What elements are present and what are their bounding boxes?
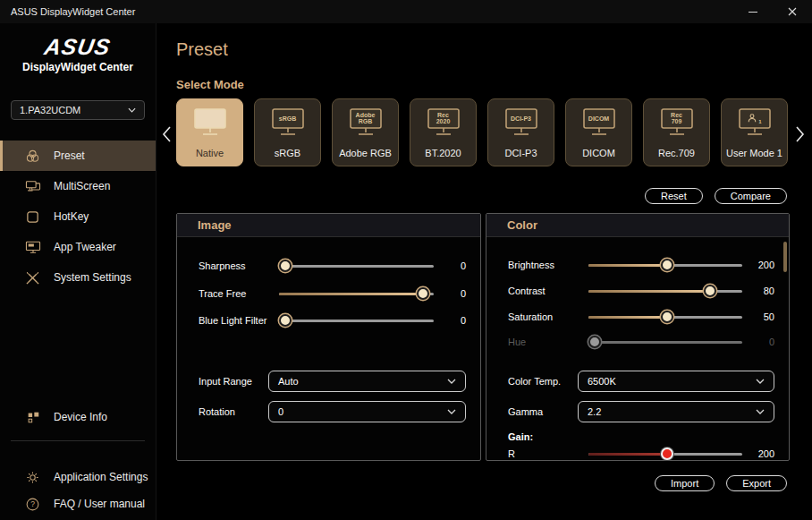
monitor-selector-value: 1.PA32UCDM bbox=[20, 105, 80, 115]
sidebar-item-label: System Settings bbox=[54, 271, 131, 284]
monitor-icon: sRGB bbox=[267, 107, 309, 140]
r-slider[interactable] bbox=[588, 447, 742, 461]
carousel-left-button[interactable] bbox=[159, 122, 173, 147]
color-wheel-icon bbox=[24, 148, 41, 165]
compare-button[interactable]: Compare bbox=[715, 188, 787, 204]
mode-screen-label: Rec 2020 bbox=[430, 111, 457, 125]
slider-handle[interactable] bbox=[588, 336, 601, 348]
color-panel-title: Color bbox=[486, 214, 789, 237]
rotation-dropdown[interactable]: 0 bbox=[268, 401, 466, 422]
mode-card-user-mode-1[interactable]: 1User Mode 1 bbox=[721, 98, 788, 166]
slider-handle[interactable] bbox=[661, 259, 673, 271]
slider-handle[interactable] bbox=[661, 448, 673, 460]
slider-row-sharpness: Sharpness0 bbox=[177, 255, 480, 277]
sidebar-footer: Application Settings?FAQ / User manual bbox=[0, 464, 156, 517]
slider-track bbox=[279, 320, 434, 322]
slider-label: Contrast bbox=[508, 286, 588, 296]
trace-free-slider[interactable] bbox=[279, 286, 434, 301]
slider-value: 50 bbox=[742, 311, 774, 322]
sidebar-item-system-settings[interactable]: System Settings bbox=[0, 262, 156, 293]
close-button[interactable] bbox=[773, 0, 812, 23]
slider-row-blue-light-filter: Blue Light Filter0 bbox=[177, 310, 480, 331]
hotkey-icon bbox=[24, 209, 41, 226]
sidebar-item-faq-user-manual[interactable]: ?FAQ / User manual bbox=[0, 490, 156, 517]
slider-fill bbox=[588, 316, 667, 319]
mode-card-srgb[interactable]: sRGBsRGB bbox=[254, 98, 321, 166]
mode-card-list: NativesRGBsRGBAdobe RGBAdobe RGBRec 2020… bbox=[176, 98, 788, 166]
dropdown-row-input-range: Input RangeAuto bbox=[177, 371, 480, 392]
mode-card-adobe-rgb[interactable]: Adobe RGBAdobe RGB bbox=[332, 98, 399, 166]
slider-label: R bbox=[508, 448, 588, 459]
slider-row-hue: Hue0 bbox=[486, 331, 789, 353]
dropdown-label: Gamma bbox=[508, 406, 578, 417]
image-panel-body: Sharpness0Trace Free0Blue Light Filter0I… bbox=[177, 238, 480, 460]
export-button[interactable]: Export bbox=[726, 475, 787, 491]
sidebar-item-hotkey[interactable]: HotKey bbox=[0, 201, 156, 232]
mode-card-label: DICOM bbox=[566, 148, 631, 158]
dropdown-row-color-temp: Color Temp.6500K bbox=[486, 371, 789, 392]
sidebar-item-application-settings[interactable]: Application Settings bbox=[0, 464, 156, 490]
mode-card-bt-2020[interactable]: Rec 2020BT.2020 bbox=[410, 98, 477, 166]
input-range-dropdown[interactable]: Auto bbox=[268, 371, 466, 392]
saturation-slider[interactable] bbox=[588, 310, 742, 324]
slider-value: 200 bbox=[742, 448, 774, 459]
minimize-button[interactable] bbox=[733, 0, 773, 23]
sidebar-item-multiscreen[interactable]: MultiScreen bbox=[0, 171, 156, 201]
hue-slider[interactable] bbox=[588, 335, 742, 349]
color-panel: Color Brightness200Contrast80Saturation5… bbox=[486, 213, 790, 461]
slider-value: 0 bbox=[434, 288, 466, 299]
chevron-down-icon bbox=[128, 107, 136, 113]
gear-icon bbox=[24, 469, 41, 486]
sidebar-item-label: Application Settings bbox=[54, 471, 148, 483]
slider-row-trace-free: Trace Free0 bbox=[177, 283, 480, 304]
carousel-right-button[interactable] bbox=[792, 122, 807, 147]
slider-value: 80 bbox=[742, 286, 774, 296]
slider-fill bbox=[279, 293, 423, 295]
color-temp-dropdown[interactable]: 6500K bbox=[578, 371, 774, 392]
image-panel-title: Image bbox=[177, 214, 480, 237]
dropdown-label: Color Temp. bbox=[508, 376, 578, 387]
reset-button[interactable]: Reset bbox=[645, 188, 703, 204]
slider-track bbox=[588, 316, 742, 319]
mode-screen-label: sRGB bbox=[275, 111, 301, 125]
slider-handle[interactable] bbox=[704, 285, 716, 297]
sidebar-divider bbox=[11, 440, 145, 441]
slider-handle[interactable] bbox=[279, 260, 292, 272]
slider-handle[interactable] bbox=[661, 311, 673, 323]
color-panel-body: Brightness200Contrast80Saturation50Hue0C… bbox=[486, 238, 789, 460]
mode-card-label: Rec.709 bbox=[644, 148, 709, 158]
dropdown-value: 0 bbox=[278, 406, 283, 417]
mode-card-dci-p3[interactable]: DCI-P3DCI-P3 bbox=[487, 98, 554, 166]
chevron-down-icon bbox=[447, 409, 456, 414]
brightness-slider[interactable] bbox=[588, 258, 742, 272]
mode-card-native[interactable]: Native bbox=[176, 98, 243, 166]
blue-light-filter-slider[interactable] bbox=[279, 313, 434, 328]
monitor-icon: DCI-P3 bbox=[501, 107, 542, 140]
sidebar-item-app-tweaker[interactable]: App Tweaker bbox=[0, 232, 156, 262]
slider-value: 0 bbox=[434, 260, 466, 271]
window-title: ASUS DisplayWidget Center bbox=[11, 6, 135, 17]
user-icon bbox=[747, 113, 757, 124]
mode-screen-label: 1 bbox=[741, 111, 768, 125]
monitor-icon: DICOM bbox=[579, 107, 620, 140]
dropdown-label: Input Range bbox=[199, 376, 268, 387]
mode-card-rec-709[interactable]: Rec 709Rec.709 bbox=[643, 98, 710, 166]
sidebar-item-label: MultiScreen bbox=[54, 180, 110, 192]
gamma-dropdown[interactable]: 2.2 bbox=[578, 401, 774, 422]
app-tweaker-icon bbox=[24, 239, 41, 256]
device-info-icon bbox=[24, 409, 41, 426]
sidebar-item-device-info[interactable]: Device Info bbox=[0, 402, 156, 432]
mode-card-label: Native bbox=[177, 148, 242, 158]
slider-handle[interactable] bbox=[279, 314, 292, 327]
sharpness-slider[interactable] bbox=[279, 259, 434, 273]
sidebar: ASUS DisplayWidget Center 1.PA32UCDM Pre… bbox=[0, 23, 156, 520]
import-button[interactable]: Import bbox=[655, 475, 715, 491]
page-title: Preset bbox=[176, 39, 228, 60]
monitor-selector-dropdown[interactable]: 1.PA32UCDM bbox=[11, 100, 145, 120]
sidebar-item-preset[interactable]: Preset bbox=[0, 141, 156, 171]
contrast-slider[interactable] bbox=[588, 284, 742, 298]
mode-card-label: DCI-P3 bbox=[488, 148, 554, 158]
mode-card-dicom[interactable]: DICOMDICOM bbox=[565, 98, 632, 166]
slider-fill bbox=[588, 264, 667, 267]
slider-handle[interactable] bbox=[417, 287, 429, 300]
